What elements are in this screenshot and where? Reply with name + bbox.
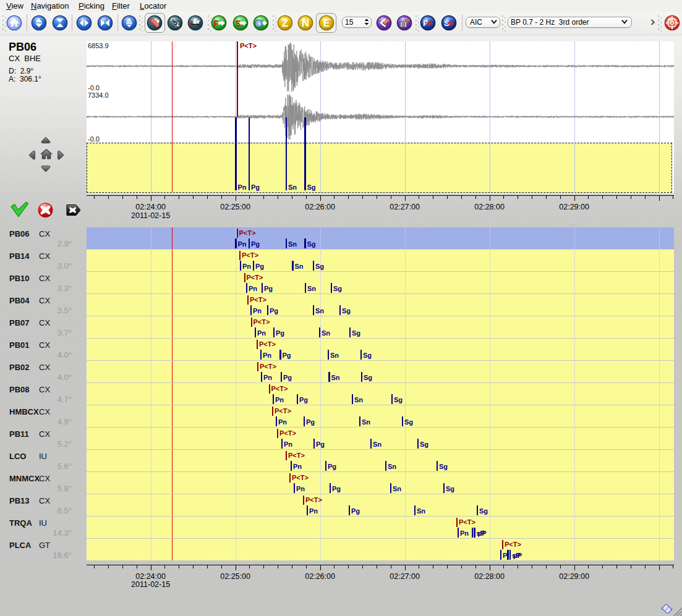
svg-text:P: P [406,17,410,23]
svg-text:N: N [302,17,309,28]
svg-text:C: C [176,22,179,28]
svg-text:E: E [323,17,330,28]
svg-text:Z: Z [281,17,288,28]
